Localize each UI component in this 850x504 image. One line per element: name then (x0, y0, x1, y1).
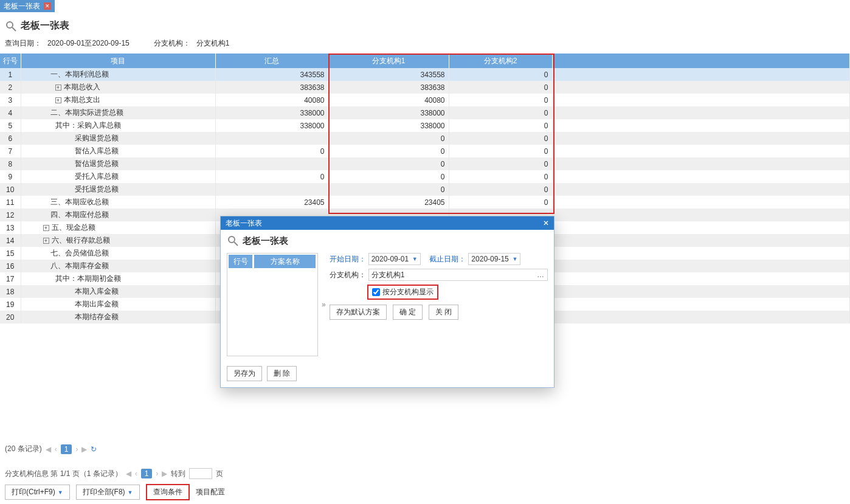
cell-rownum: 11 (0, 196, 21, 209)
cell-item: 一、本期利润总额 (21, 68, 215, 81)
delete-button[interactable]: 删 除 (267, 366, 297, 381)
page-header: 老板一张表 (0, 13, 850, 36)
dialog-close-icon[interactable]: ✕ (543, 219, 549, 227)
pager-prev-icon[interactable]: ◀ (46, 445, 51, 454)
cell-item: 八、本期库存金额 (21, 260, 215, 272)
pager2-prev-icon[interactable]: ◀ (126, 469, 131, 478)
record-count: (20 条记录) (5, 444, 42, 454)
table-row[interactable]: 11三、本期应收总额23405234050 (0, 196, 850, 209)
pager2-prev2-icon[interactable]: ‹ (135, 469, 137, 478)
bottom-toolbar: 打印(Ctrl+F9)▼ 打印全部(F8)▼ 查询条件 项目配置 (0, 480, 850, 504)
print-all-button[interactable]: 打印全部(F8)▼ (76, 485, 140, 500)
table-row[interactable]: 8暂估退货总额00 (0, 157, 850, 170)
splitter-icon[interactable]: » (322, 300, 326, 309)
pager2-next-icon[interactable]: › (156, 469, 158, 478)
pager2-next2-icon[interactable]: ▶ (162, 469, 167, 478)
pager-page[interactable]: 1 (61, 444, 72, 454)
table-row[interactable]: 7暂估入库总额000 (0, 145, 850, 157)
show-by-branch-checkbox[interactable]: 按分支机构显示 (367, 285, 438, 300)
table-row[interactable]: 4二、本期实际进货总额3380003380000 (0, 106, 850, 119)
close-button[interactable]: 关 闭 (429, 305, 458, 320)
tab-close-icon[interactable]: ✕ (44, 2, 51, 10)
pager-prev2-icon[interactable]: ‹ (55, 445, 57, 454)
cell-branch1: 40080 (328, 94, 449, 106)
cell-branch2: 0 (449, 132, 552, 145)
cell-rownum: 10 (0, 183, 21, 196)
end-date-input[interactable]: 2020-09-15 ▼ (468, 253, 520, 265)
cell-rownum: 18 (0, 285, 21, 298)
cell-item: 四、本期应付总额 (21, 209, 215, 221)
cell-branch2: 0 (449, 81, 552, 94)
checkbox-input[interactable] (372, 288, 380, 296)
cell-rownum: 13 (0, 221, 21, 234)
goto-input[interactable] (189, 468, 212, 479)
cell-summary: 383638 (215, 81, 328, 94)
expand-icon[interactable]: + (55, 85, 61, 91)
cell-rownum: 19 (0, 298, 21, 311)
table-row[interactable]: 3+本期总支出40080400800 (0, 94, 850, 106)
col-rownum[interactable]: 行号 (0, 54, 21, 68)
cell-branch1: 383638 (328, 81, 449, 94)
cell-item: 其中：本期期初金额 (21, 272, 215, 285)
dropdown-icon[interactable]: ▼ (512, 256, 517, 262)
pager-refresh-icon[interactable]: ↻ (91, 445, 97, 454)
cell-summary (215, 183, 328, 196)
tab-bar: 老板一张表 ✕ (0, 0, 850, 13)
magnifier-icon (227, 235, 239, 247)
end-date-label: 截止日期： (429, 254, 466, 264)
table-row[interactable]: 9受托入库总额000 (0, 170, 850, 183)
dialog-titlebar[interactable]: 老板一张表 ✕ (221, 216, 554, 230)
table-row[interactable]: 2+本期总收入3836383836380 (0, 81, 850, 94)
save-as-button[interactable]: 另存为 (227, 366, 262, 381)
ellipsis-icon[interactable]: … (537, 271, 545, 279)
cell-item: +六、银行存款总额 (21, 234, 215, 247)
table-row[interactable]: 5其中：采购入库总额3380003380000 (0, 119, 850, 132)
cell-item: 三、本期应收总额 (21, 196, 215, 209)
dialog-form: 开始日期： 2020-09-01 ▼ 截止日期： 2020-09-15 ▼ 分支… (330, 253, 548, 356)
save-default-button[interactable]: 存为默认方案 (330, 305, 387, 320)
col-item[interactable]: 项目 (21, 54, 215, 68)
page-title: 老板一张表 (21, 19, 69, 32)
cell-rownum: 12 (0, 209, 21, 221)
plan-col-name[interactable]: 方案名称 (254, 255, 316, 268)
expand-icon[interactable]: + (43, 238, 49, 244)
filter-bar: 查询日期： 2020-09-01至2020-09-15 分支机构： 分支机构1 (0, 36, 850, 54)
dialog-title: 老板一张表 (226, 218, 262, 229)
cell-rownum: 4 (0, 106, 21, 119)
table-row[interactable]: 1一、本期利润总额3435583435580 (0, 68, 850, 81)
cell-branch2: 0 (449, 119, 552, 132)
pager-next-icon[interactable]: › (75, 445, 78, 454)
tab-boss-sheet[interactable]: 老板一张表 ✕ (0, 0, 55, 12)
cell-summary: 0 (215, 170, 328, 183)
table-row[interactable]: 6采购退货总额00 (0, 132, 850, 145)
cell-branch1: 0 (328, 170, 449, 183)
col-summary[interactable]: 汇总 (215, 54, 328, 68)
branch-input[interactable]: 分支机构1 … (368, 269, 548, 281)
expand-icon[interactable]: + (43, 225, 49, 231)
goto-label: 转到 (171, 469, 185, 479)
plan-col-rownum[interactable]: 行号 (229, 255, 253, 268)
svg-point-2 (229, 236, 235, 243)
svg-point-0 (7, 22, 13, 28)
cell-branch1: 0 (328, 132, 449, 145)
config-link[interactable]: 项目配置 (196, 487, 225, 497)
table-row[interactable]: 10受托退货总额00 (0, 183, 850, 196)
query-button[interactable]: 查询条件 (146, 484, 190, 500)
cell-item: 暂估退货总额 (21, 157, 215, 170)
pager-next2-icon[interactable]: ▶ (81, 445, 87, 454)
cell-item: +五、现金总额 (21, 221, 215, 234)
cell-branch2: 0 (449, 94, 552, 106)
ok-button[interactable]: 确 定 (393, 305, 423, 320)
cell-branch1: 338000 (328, 119, 449, 132)
branch-info: 分支机构信息 第 1/1 页（1 条记录） (5, 469, 122, 479)
cell-rownum: 9 (0, 170, 21, 183)
cell-item: 七、会员储值总额 (21, 247, 215, 260)
expand-icon[interactable]: + (55, 97, 61, 103)
dropdown-icon[interactable]: ▼ (412, 256, 418, 262)
col-branch1[interactable]: 分支机构1 (328, 54, 449, 68)
pager2-page[interactable]: 1 (141, 469, 153, 478)
col-branch2[interactable]: 分支机构2 (449, 54, 552, 68)
print-button[interactable]: 打印(Ctrl+F9)▼ (5, 485, 70, 500)
cell-branch2: 0 (449, 68, 552, 81)
start-date-input[interactable]: 2020-09-01 ▼ (368, 253, 421, 265)
